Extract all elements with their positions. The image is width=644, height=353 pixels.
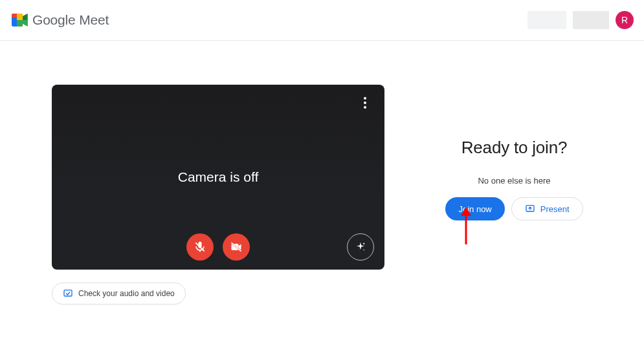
svg-rect-6 <box>64 290 72 296</box>
participants-status: No one else is here <box>478 176 550 186</box>
svg-point-4 <box>363 243 364 244</box>
join-now-label: Join now <box>458 204 491 214</box>
avatar[interactable]: R <box>616 11 634 29</box>
preview-column: Camera is off <box>52 85 384 353</box>
sparkle-icon <box>355 241 366 253</box>
meet-logo-icon <box>10 12 28 28</box>
avatar-letter: R <box>621 15 628 25</box>
ready-to-join-title: Ready to join? <box>461 138 567 158</box>
brand-text: Google Meet <box>32 12 109 28</box>
header-action-placeholder-2[interactable] <box>573 11 609 29</box>
main-content: Camera is off <box>0 41 644 353</box>
camera-status-text: Camera is off <box>178 169 259 185</box>
header-right: R <box>527 11 634 29</box>
visual-effects-button[interactable] <box>347 233 374 261</box>
brand-logo[interactable]: Google Meet <box>10 12 109 28</box>
camera-off-icon <box>230 241 243 253</box>
more-vert-icon <box>364 97 366 100</box>
check-audio-video-button[interactable]: Check your audio and video <box>52 283 186 305</box>
check-av-label: Check your audio and video <box>78 289 175 298</box>
svg-point-5 <box>364 250 365 251</box>
toggle-camera-button[interactable] <box>223 233 250 261</box>
join-actions: Join now Present <box>445 197 583 220</box>
mic-off-icon <box>194 241 206 253</box>
more-options-button[interactable] <box>353 91 377 114</box>
join-now-button[interactable]: Join now <box>445 197 504 220</box>
toggle-microphone-button[interactable] <box>186 233 214 261</box>
present-button[interactable]: Present <box>511 197 583 220</box>
preview-controls <box>186 233 250 261</box>
present-icon <box>525 204 535 214</box>
join-column: Ready to join? No one else is here Join … <box>384 85 644 353</box>
video-preview: Camera is off <box>52 85 384 270</box>
header-action-placeholder-1[interactable] <box>527 11 566 29</box>
settings-check-icon <box>63 288 73 299</box>
present-label: Present <box>540 204 570 214</box>
app-header: Google Meet R <box>0 0 644 40</box>
